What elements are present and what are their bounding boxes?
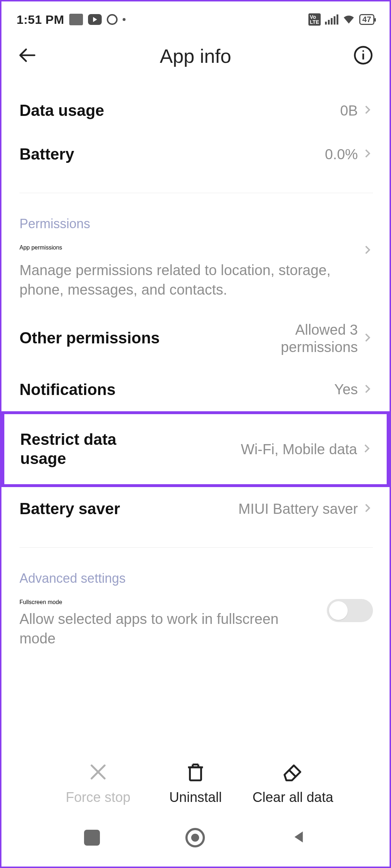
- row-data-usage[interactable]: Data usage 0B: [19, 89, 373, 133]
- page-title: App info: [160, 45, 231, 67]
- wifi-icon: [343, 14, 355, 25]
- row-app-permissions[interactable]: App permissions Manage permissions relat…: [19, 235, 373, 309]
- row-label: Notifications: [19, 380, 115, 399]
- chevron-right-icon: [362, 148, 373, 160]
- status-dot-icon: [123, 18, 126, 21]
- svg-rect-6: [190, 767, 201, 780]
- recents-button[interactable]: [84, 830, 100, 846]
- force-stop-button[interactable]: Force stop: [51, 761, 145, 805]
- row-label: Restrict data usage: [20, 430, 150, 468]
- chevron-right-icon: [362, 383, 373, 396]
- row-subtext: Manage permissions related to location, …: [19, 260, 337, 299]
- status-time: 1:51 PM: [17, 13, 64, 27]
- settings-list: Data usage 0B Battery 0.0% Permissions A…: [1, 89, 390, 657]
- row-label: Fullscreen mode: [19, 599, 62, 605]
- row-value: Allowed 3 permissions: [242, 321, 358, 356]
- svg-line-11: [289, 770, 296, 777]
- row-other-permissions[interactable]: Other permissions Allowed 3 permissions: [19, 309, 373, 368]
- status-ring-icon: [107, 14, 118, 25]
- fullscreen-toggle[interactable]: [327, 599, 373, 622]
- row-label: Data usage: [19, 101, 104, 120]
- action-label: Clear all data: [252, 790, 333, 805]
- row-label: App permissions: [19, 244, 62, 251]
- chevron-right-icon: [362, 244, 373, 257]
- row-value: 0B: [340, 103, 358, 119]
- chevron-right-icon: [362, 332, 373, 344]
- row-value: 0.0%: [325, 146, 358, 162]
- row-value: MIUI Battery saver: [238, 501, 358, 517]
- row-label: Battery saver: [19, 499, 120, 518]
- nav-back-button[interactable]: [290, 829, 307, 847]
- row-value: Wi-Fi, Mobile data: [241, 440, 357, 458]
- clear-data-button[interactable]: Clear all data: [246, 761, 340, 805]
- chevron-right-icon: [362, 503, 373, 515]
- chevron-right-icon: [361, 443, 372, 455]
- section-advanced: Advanced settings: [19, 571, 373, 586]
- highlight-restrict-data: Restrict data usage Wi-Fi, Mobile data: [1, 411, 390, 487]
- battery-icon: 47: [359, 14, 374, 25]
- row-fullscreen-mode[interactable]: Fullscreen mode Allow selected apps to w…: [19, 590, 373, 657]
- info-button[interactable]: [353, 45, 373, 67]
- row-battery-saver[interactable]: Battery saver MIUI Battery saver: [19, 487, 373, 531]
- youtube-icon: [88, 14, 102, 25]
- svg-point-2: [363, 50, 364, 52]
- bottom-actions: Force stop Uninstall Clear all data: [1, 761, 390, 805]
- action-label: Uninstall: [169, 790, 222, 805]
- action-label: Force stop: [66, 790, 131, 805]
- navigation-bar: [1, 812, 390, 863]
- row-value: Yes: [334, 381, 358, 398]
- battery-level: 47: [363, 15, 371, 24]
- divider: [19, 193, 373, 193]
- app-header: App info: [1, 34, 390, 89]
- signal-icon: [325, 14, 338, 25]
- status-bar: 1:51 PM VoLTE 47: [1, 1, 390, 34]
- home-button[interactable]: [185, 828, 205, 847]
- status-app-icon: [69, 14, 83, 25]
- volte-icon: VoLTE: [308, 13, 320, 26]
- row-label: Battery: [19, 145, 74, 164]
- row-battery[interactable]: Battery 0.0%: [19, 133, 373, 176]
- row-subtext: Allow selected apps to work in fullscree…: [19, 609, 279, 648]
- uninstall-button[interactable]: Uninstall: [149, 761, 242, 805]
- section-permissions: Permissions: [19, 216, 373, 231]
- divider: [19, 547, 373, 548]
- row-notifications[interactable]: Notifications Yes: [19, 368, 373, 412]
- row-label: Other permissions: [19, 329, 160, 348]
- chevron-right-icon: [362, 104, 373, 117]
- back-button[interactable]: [18, 45, 38, 67]
- row-restrict-data-usage[interactable]: Restrict data usage Wi-Fi, Mobile data: [20, 414, 372, 484]
